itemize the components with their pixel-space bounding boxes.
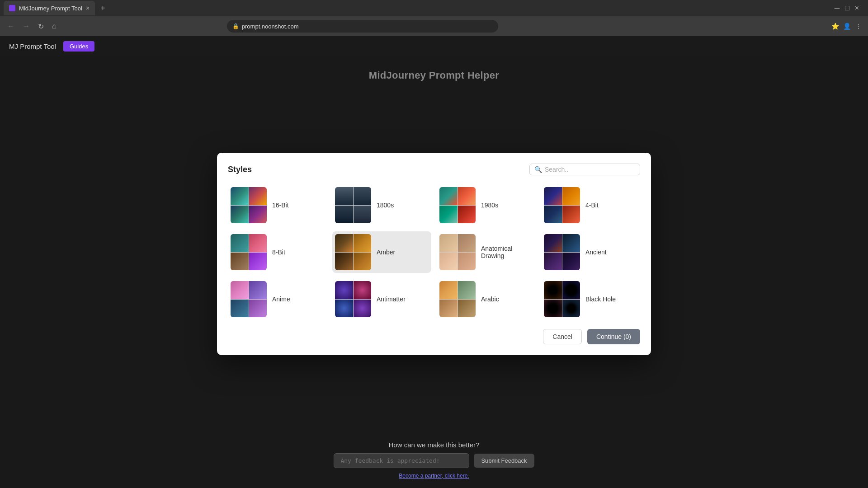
home-button[interactable]: ⌂ <box>50 20 58 32</box>
address-text: prompt.noonshot.com <box>242 23 493 30</box>
new-tab-button[interactable]: + <box>97 4 109 13</box>
styles-modal: Styles 🔍 16-Bit1800s1980s4-Bit8-BitAmber… <box>217 153 651 355</box>
tab-bar: MidJourney Prompt Tool × + ─ □ × <box>0 0 868 16</box>
search-input[interactable] <box>545 166 635 173</box>
tab-close-button[interactable]: × <box>86 5 90 12</box>
style-card-1980s[interactable]: 1980s <box>437 184 536 226</box>
modal-backdrop: Styles 🔍 16-Bit1800s1980s4-Bit8-BitAmber… <box>0 56 868 488</box>
feedback-section: How can we make this better? Submit Feed… <box>0 432 868 488</box>
style-card-amber[interactable]: Amber <box>332 231 431 273</box>
reload-button[interactable]: ↻ <box>36 20 46 33</box>
guides-link[interactable]: Guides <box>63 41 94 52</box>
style-thumb-ancient <box>544 234 580 270</box>
style-label-arabic: Arabic <box>481 296 499 303</box>
style-thumb-16bit <box>231 187 267 223</box>
app-navbar: MJ Prompt Tool Guides <box>0 36 868 56</box>
style-card-4bit[interactable]: 4-Bit <box>541 184 640 226</box>
active-tab[interactable]: MidJourney Prompt Tool × <box>4 1 95 15</box>
search-icon: 🔍 <box>534 166 542 173</box>
style-thumb-amber <box>335 234 371 270</box>
continue-button[interactable]: Continue (0) <box>587 329 640 344</box>
address-bar-row: ← → ↻ ⌂ 🔒 prompt.noonshot.com ⭐ 👤 ⋮ <box>0 16 868 36</box>
search-box[interactable]: 🔍 <box>529 164 640 175</box>
style-label-16bit: 16-Bit <box>272 202 289 209</box>
app-logo[interactable]: MJ Prompt Tool <box>9 42 56 50</box>
style-label-1980s: 1980s <box>481 202 498 209</box>
modal-footer: Cancel Continue (0) <box>228 329 640 344</box>
style-label-8bit: 8-Bit <box>272 249 285 256</box>
style-label-black-hole: Black Hole <box>585 296 616 303</box>
minimize-button[interactable]: ─ <box>835 4 840 12</box>
feedback-row: Submit Feedback <box>334 453 534 468</box>
style-card-black-hole[interactable]: Black Hole <box>541 278 640 320</box>
tab-favicon <box>9 5 15 11</box>
style-thumb-4bit <box>544 187 580 223</box>
style-thumb-anatomical-drawing <box>439 234 476 270</box>
forward-button[interactable]: → <box>21 20 32 32</box>
style-label-1800s: 1800s <box>377 202 394 209</box>
style-thumb-arabic <box>439 281 476 317</box>
cancel-button[interactable]: Cancel <box>543 329 582 344</box>
profile-icon[interactable]: 👤 <box>843 22 851 30</box>
style-label-anime: Anime <box>272 296 290 303</box>
maximize-button[interactable]: □ <box>845 4 849 12</box>
browser-chrome: MidJourney Prompt Tool × + ─ □ × ← → ↻ ⌂… <box>0 0 868 36</box>
style-card-arabic[interactable]: Arabic <box>437 278 536 320</box>
feedback-submit-button[interactable]: Submit Feedback <box>474 454 534 468</box>
extensions-icon[interactable]: ⭐ <box>831 22 839 30</box>
partner-link[interactable]: Become a partner, click here. <box>399 473 469 479</box>
toolbar-icons: ⭐ 👤 ⋮ <box>831 22 863 30</box>
style-thumb-1980s <box>439 187 476 223</box>
style-thumb-1800s <box>335 187 371 223</box>
lock-icon: 🔒 <box>232 23 239 29</box>
window-controls: ─ □ × <box>835 4 864 12</box>
style-label-4bit: 4-Bit <box>585 202 599 209</box>
style-thumb-8bit <box>231 234 267 270</box>
main-content: MidJourney Prompt Helper Styles 🔍 16-Bit… <box>0 56 868 488</box>
style-card-8bit[interactable]: 8-Bit <box>228 231 327 273</box>
style-label-amber: Amber <box>377 249 395 256</box>
back-button[interactable]: ← <box>5 20 16 32</box>
feedback-title: How can we make this better? <box>389 441 480 449</box>
modal-title: Styles <box>228 165 252 174</box>
address-bar[interactable]: 🔒 prompt.noonshot.com <box>227 20 498 33</box>
style-card-16bit[interactable]: 16-Bit <box>228 184 327 226</box>
style-card-anime[interactable]: Anime <box>228 278 327 320</box>
style-thumb-black-hole <box>544 281 580 317</box>
close-window-button[interactable]: × <box>855 4 859 12</box>
menu-icon[interactable]: ⋮ <box>854 22 863 30</box>
style-thumb-anime <box>231 281 267 317</box>
style-card-1800s[interactable]: 1800s <box>332 184 431 226</box>
styles-grid: 16-Bit1800s1980s4-Bit8-BitAmberAnatomica… <box>228 184 640 320</box>
style-card-antimatter[interactable]: Antimatter <box>332 278 431 320</box>
style-label-anatomical-drawing: Anatomical Drawing <box>481 245 533 259</box>
style-card-anatomical-drawing[interactable]: Anatomical Drawing <box>437 231 536 273</box>
feedback-input[interactable] <box>334 453 469 468</box>
tab-title: MidJourney Prompt Tool <box>19 5 82 12</box>
style-card-ancient[interactable]: Ancient <box>541 231 640 273</box>
style-thumb-antimatter <box>335 281 371 317</box>
style-label-antimatter: Antimatter <box>377 296 406 303</box>
modal-header: Styles 🔍 <box>228 164 640 175</box>
style-label-ancient: Ancient <box>585 249 607 256</box>
